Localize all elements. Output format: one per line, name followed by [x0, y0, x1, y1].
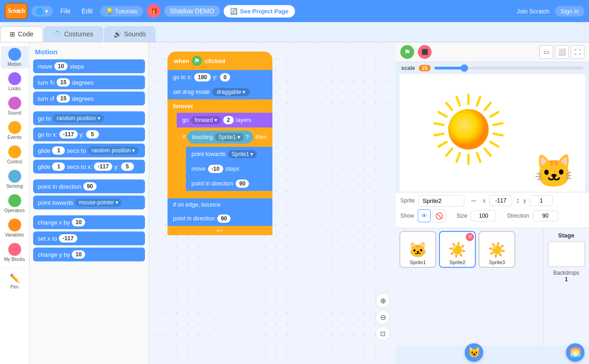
sprite1-dropdown[interactable]: Sprite1 ▾	[215, 133, 244, 141]
scratch-logo[interactable]: Scratch	[5, 3, 28, 19]
top-nav: Scratch 🌐 ▾ File Edit 💡 Tutorials 🎁 Shad…	[0, 0, 589, 22]
green-flag-button[interactable]: ⚑	[400, 45, 414, 59]
forever-block[interactable]: forever go forward ▾ 2 layers	[167, 99, 272, 235]
sprite-item-sprite1[interactable]: 🐱 Sprite1	[399, 231, 436, 268]
cat-sensing[interactable]: Sensing	[1, 168, 29, 191]
goto-xy-block[interactable]: go to x: 180 y: 0	[167, 70, 272, 85]
block-set-x[interactable]: set x to -117	[33, 231, 145, 245]
fit-screen-button[interactable]: ⊡	[375, 326, 390, 341]
sprite-item-sprite2[interactable]: ✕ ☀️ Sprite2	[439, 231, 476, 268]
cat-motion[interactable]: Motion	[1, 46, 29, 69]
block-goto[interactable]: go to random position ▾	[33, 111, 145, 125]
cat-operators[interactable]: Operators	[1, 192, 29, 215]
point-dir-inner-block[interactable]: point in direction 90	[186, 176, 272, 191]
scale-slider-thumb	[461, 64, 468, 72]
goto-x-input[interactable]: 180	[194, 73, 211, 81]
dragmode-dropdown[interactable]: draggable ▾	[212, 88, 250, 96]
forever-end: ↩	[167, 226, 272, 235]
block-turn-cw[interactable]: turn ↻ 15 degrees	[33, 75, 145, 89]
stage-top-controls: ⚑ ⬛ ▭ ⬜ ⛶	[396, 42, 589, 62]
dir-end-input[interactable]: 90	[217, 214, 231, 223]
block-glide-random[interactable]: glide 1 secs to random position ▾	[33, 144, 145, 157]
see-project-button[interactable]: 🔄 See Project Page	[224, 5, 295, 17]
small-stage-button[interactable]: ▭	[539, 45, 553, 59]
globe-menu[interactable]: 🌐 ▾	[31, 6, 53, 17]
file-menu[interactable]: File	[57, 6, 75, 17]
x-coord-input[interactable]	[489, 195, 512, 206]
see-project-icon: 🔄	[230, 8, 237, 15]
forward-dropdown[interactable]: forward ▾	[191, 116, 221, 124]
size-input[interactable]	[471, 210, 496, 221]
block-goto-xy[interactable]: go to x: -117 y: 5	[33, 127, 145, 141]
zoom-in-button[interactable]: ⊕	[375, 293, 390, 308]
sprite2-delete[interactable]: ✕	[466, 233, 474, 241]
cat-pen-label: Pen	[11, 284, 19, 289]
edit-menu[interactable]: Edit	[78, 6, 97, 17]
sprite-props-row: Show 👁 🚫 Size Direction	[400, 209, 584, 222]
stage-view[interactable]: 🐱	[399, 74, 585, 192]
cat-events[interactable]: Events	[1, 119, 29, 142]
add-backdrop-button[interactable]: 🌅	[566, 343, 584, 362]
point-sprite-dropdown[interactable]: Sprite1 ▾	[228, 150, 257, 158]
block-change-x[interactable]: change x by 10	[33, 215, 145, 229]
y-coord-input[interactable]	[530, 195, 553, 206]
tab-code[interactable]: ⊞ Code	[0, 26, 43, 42]
edge-bounce-block[interactable]: if on edge, bounce	[167, 198, 272, 211]
signin-link[interactable]: Sign in	[555, 6, 584, 17]
move-input[interactable]: -10	[208, 165, 223, 173]
point-dir-end-block[interactable]: point in direction 90	[167, 211, 272, 226]
touching-condition[interactable]: touching Sprite1 ▾ ?	[187, 131, 253, 144]
direction-input[interactable]	[533, 210, 558, 221]
cat-control-label: Control	[7, 159, 22, 164]
svg-line-17	[456, 97, 460, 106]
move-steps-block[interactable]: move -10 steps	[186, 162, 272, 176]
script-area[interactable]: when ⚑ clicked go to x: 180 y: 0 set dra…	[149, 42, 396, 364]
layers-input[interactable]: 2	[223, 116, 234, 124]
if-block[interactable]: if touching Sprite1 ▾ ? then	[177, 127, 272, 198]
sprite-item-sprite3[interactable]: ☀️ Sprite3	[479, 231, 515, 268]
block-glide-xy[interactable]: glide 1 secs to x: -117 y: 5	[33, 160, 145, 173]
dragmode-block[interactable]: set drag mode draggable ▾	[167, 85, 272, 99]
fullscreen-stage-button[interactable]: ⛶	[571, 45, 584, 59]
dir-input-inner[interactable]: 90	[236, 179, 249, 188]
stage-small-thumb[interactable]	[548, 242, 585, 267]
tab-sounds[interactable]: 🔊 Sounds	[104, 26, 156, 42]
tab-bar: ⊞ Code 👕 Costumes 🔊 Sounds	[0, 22, 589, 42]
show-hidden-button[interactable]: 🚫	[433, 209, 445, 222]
block-move[interactable]: move 10 steps	[33, 59, 145, 73]
large-stage-button[interactable]: ⬜	[555, 45, 569, 59]
project-name-field[interactable]: Shadow DEMO	[164, 6, 219, 17]
zoom-out-button[interactable]: ⊖	[375, 310, 390, 324]
tab-costumes[interactable]: 👕 Costumes	[44, 26, 103, 42]
cat-looks[interactable]: Looks	[1, 70, 29, 93]
cat-variables[interactable]: Variables	[1, 217, 29, 239]
cat-sensing-label: Sensing	[6, 184, 23, 189]
main-area: Motion Looks Sound Events Control Sensin…	[0, 42, 589, 364]
forever-arrow: ↩	[216, 225, 223, 236]
show-visible-button[interactable]: 👁	[418, 209, 431, 222]
join-link[interactable]: Join Scratch	[517, 8, 550, 15]
cat-pen[interactable]: ✏️ Pen	[1, 272, 29, 291]
point-towards-block[interactable]: point towards Sprite1 ▾	[186, 147, 272, 162]
cat-sound[interactable]: Sound	[1, 95, 29, 117]
add-sprite-button[interactable]: 😺	[465, 343, 483, 362]
stage-panel-label: Stage	[558, 232, 574, 239]
go-layers-block[interactable]: go forward ▾ 2 layers	[177, 113, 272, 127]
operators-dot	[8, 194, 21, 207]
scale-slider[interactable]	[434, 67, 583, 69]
sounds-icon: 🔊	[114, 30, 121, 38]
stop-button[interactable]: ⬛	[418, 45, 432, 59]
block-point-towards[interactable]: point towards mouse-pointer ▾	[33, 196, 145, 209]
tutorials-btn[interactable]: 💡 Tutorials	[100, 6, 143, 17]
hat-block[interactable]: when ⚑ clicked	[167, 52, 272, 70]
sound-dot	[8, 97, 21, 110]
block-point-dir[interactable]: point in direction 90	[33, 179, 145, 193]
svg-line-4	[493, 123, 502, 125]
cat-control[interactable]: Control	[1, 144, 29, 166]
cat-myblocks[interactable]: My Blocks	[1, 241, 29, 264]
sprite-name-input[interactable]	[418, 195, 464, 207]
goto-y-input[interactable]: 0	[220, 73, 231, 81]
add-backdrop-icon: 🌅	[570, 347, 581, 358]
block-change-y[interactable]: change y by 10	[33, 248, 145, 261]
block-turn-ccw[interactable]: turn ↺ 15 degrees	[33, 92, 145, 105]
